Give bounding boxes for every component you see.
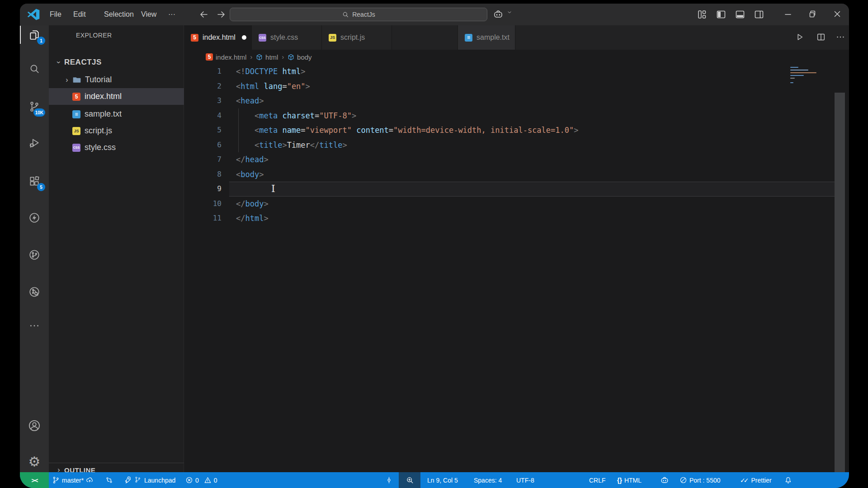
editor-action-more-actions[interactable] (835, 32, 846, 43)
html-file-icon: 5 (206, 53, 213, 61)
status-zoom-indicator[interactable] (399, 472, 420, 488)
code-line-8: 8<body> (184, 167, 843, 182)
tab-index-html[interactable]: 5 index.html (184, 25, 252, 50)
activity-more-views[interactable] (20, 314, 49, 338)
line-number: 9 (184, 182, 222, 197)
restore-button[interactable] (807, 9, 820, 20)
tab-script-js[interactable]: JS script.js (322, 25, 392, 50)
compare-icon (105, 476, 113, 484)
activity-git-search[interactable] (20, 280, 49, 304)
js-file-icon: JS (72, 127, 80, 135)
code-editor[interactable]: 1<!DOCTYPE html>2<html lang="en">3<head>… (184, 64, 849, 472)
txt-file-icon: ≡ (72, 110, 80, 118)
code-text: <!DOCTYPE html> (236, 64, 306, 79)
error-icon (185, 476, 193, 484)
minimap-line (790, 78, 795, 79)
search-icon (342, 11, 349, 18)
tree-item-script-js[interactable]: JSscript.js (49, 122, 184, 139)
menu-view[interactable]: View (138, 4, 159, 25)
badge-explorer: 1 (37, 37, 45, 45)
menu-file[interactable]: File (47, 4, 64, 25)
forward-arrow-icon[interactable] (216, 9, 227, 20)
activity-live-server[interactable] (20, 206, 49, 230)
editor-group: 5 index.htmlCSS style.cssJS script.js≡ s… (184, 25, 849, 472)
activity-extensions[interactable]: 5 (20, 169, 49, 193)
status-bar: >< master* Launchpad 0 0Ln 9, Col 5Space… (20, 472, 849, 488)
menu-edit[interactable]: Edit (71, 4, 89, 25)
breadcrumb-item-body[interactable]: body (288, 53, 312, 61)
activity-git-graph[interactable] (20, 243, 49, 267)
tab-sample-txt[interactable]: ≡ sample.txt (458, 25, 515, 50)
remote-indicator[interactable]: >< (20, 472, 49, 488)
editor-action-run[interactable] (794, 32, 805, 43)
folder-icon (72, 75, 81, 84)
line-number: 4 (184, 108, 222, 123)
unsaved-dot[interactable] (242, 35, 246, 40)
prettier-label: Prettier (751, 477, 771, 484)
rocket-icon (124, 476, 132, 484)
status-eol[interactable]: CRLF (589, 472, 606, 488)
status-prettier[interactable]: ✓✓ Prettier (740, 472, 772, 488)
tree-item-style-css[interactable]: CSSstyle.css (49, 139, 184, 156)
status-indentation[interactable]: Spaces: 4 (474, 472, 502, 488)
tree-item-sample-txt[interactable]: ≡sample.txt (49, 106, 184, 122)
line-number: 1 (184, 64, 222, 79)
status-compare[interactable] (105, 472, 113, 488)
html-file-icon: 5 (191, 34, 198, 42)
toggle-panel-icon[interactable] (735, 9, 745, 20)
file-label: Tutorial (85, 75, 112, 84)
activity-search[interactable] (20, 57, 49, 80)
minimize-button[interactable] (783, 9, 795, 20)
breadcrumb[interactable]: 5index.html›html›body (184, 50, 849, 64)
line-number: 10 (184, 197, 222, 211)
activity-explorer[interactable]: 1 (20, 23, 49, 47)
tree-item-index-html[interactable]: 5index.html (49, 88, 184, 105)
close-button[interactable] (832, 9, 845, 20)
port-label: Port : 5500 (689, 477, 721, 484)
status-copilot[interactable] (660, 472, 669, 488)
minimap-line (790, 70, 808, 70)
toggle-primary-sidebar-icon[interactable] (716, 9, 726, 20)
back-arrow-icon[interactable] (198, 9, 210, 20)
css-file-icon: CSS (259, 34, 266, 42)
status-cursor-position[interactable]: Ln 9, Col 5 (427, 472, 458, 488)
activity-account[interactable] (20, 414, 49, 437)
git-branch-icon (134, 476, 142, 484)
status-language-mode[interactable]: {} HTML (617, 472, 642, 488)
chevron-down-icon: › (55, 59, 63, 66)
indentation-label: Spaces: 4 (474, 477, 502, 484)
code-text: <title>Timer</title> (236, 138, 347, 153)
code-text: </body> (236, 197, 269, 211)
toggle-secondary-sidebar-icon[interactable] (754, 9, 764, 20)
text-cursor-ibeam: I (271, 184, 275, 194)
chevron-down-icon[interactable] (506, 9, 514, 20)
menu-more-menus[interactable]: ··· (165, 4, 178, 25)
editor-action-split-editor[interactable] (816, 32, 827, 43)
status-encoding[interactable]: UTF-8 (516, 472, 534, 488)
copilot-icon (660, 476, 669, 485)
status-commit-graph[interactable] (385, 472, 393, 488)
tree-item-Tutorial[interactable]: › Tutorial (49, 71, 184, 88)
chevron-right-icon: › (63, 76, 71, 84)
status-launchpad[interactable]: Launchpad (124, 472, 175, 488)
status-notifications[interactable] (784, 472, 792, 488)
breadcrumb-item-html[interactable]: html (256, 53, 278, 61)
tree-root-reactjs[interactable]: › REACTJS (49, 54, 184, 70)
copilot-icon[interactable] (493, 9, 504, 20)
activity-settings[interactable]: ⚙ (20, 450, 49, 474)
git-branch-icon (52, 476, 60, 484)
tab-style-css[interactable]: CSS style.css (252, 25, 322, 50)
minimap[interactable] (790, 67, 835, 87)
breadcrumb-item-index.html[interactable]: 5index.html (206, 53, 246, 61)
code-text: <head> (236, 94, 264, 108)
menu-selection[interactable]: Selection (101, 4, 137, 25)
status-branch[interactable]: master* (52, 472, 94, 488)
status-problems[interactable]: 0 0 (185, 472, 217, 488)
breadcrumb-label: body (297, 53, 312, 61)
activity-run-debug[interactable] (20, 131, 49, 155)
command-center-search[interactable]: ReactJs (230, 8, 487, 21)
customize-layout-icon[interactable] (697, 9, 708, 20)
status-live-server-port[interactable]: Port : 5500 (679, 472, 721, 488)
editor-scrollbar[interactable] (835, 93, 845, 488)
activity-source-control[interactable]: 10K (20, 95, 49, 118)
